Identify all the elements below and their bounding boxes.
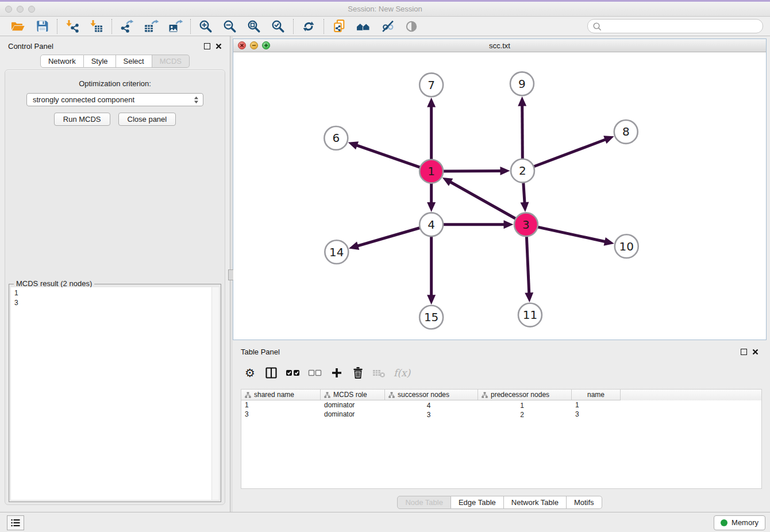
tab-mcds[interactable]: MCDS xyxy=(152,55,190,68)
refresh-icon xyxy=(302,20,315,33)
import-network-button[interactable] xyxy=(60,18,84,35)
column-header-MCDS-role[interactable]: MCDS role xyxy=(321,390,385,400)
network-close-button[interactable] xyxy=(238,41,246,49)
edge-2-8[interactable] xyxy=(534,139,607,167)
tab-select[interactable]: Select xyxy=(116,55,152,68)
deselect-all-button[interactable] xyxy=(308,368,322,377)
tab-network-table[interactable]: Network Table xyxy=(504,496,567,509)
node-4[interactable]: 4 xyxy=(419,213,443,236)
search-input[interactable] xyxy=(602,22,758,31)
control-panel-header: Control Panel xyxy=(0,36,230,51)
edge-2-3[interactable] xyxy=(523,183,525,205)
search-field[interactable] xyxy=(587,19,763,33)
main-area: Control Panel NetworkStyleSelectMCDS Opt… xyxy=(0,36,770,512)
mcds-panel: Optimization criterion: strongly connect… xyxy=(5,70,225,505)
edge-3-1[interactable] xyxy=(449,181,516,218)
network-canvas[interactable]: 7968124314101511 xyxy=(233,52,766,340)
node-10[interactable]: 10 xyxy=(615,234,638,258)
function-builder-button[interactable]: f(x) xyxy=(394,367,410,379)
close-panel-button[interactable]: Close panel xyxy=(118,113,176,126)
task-history-button[interactable] xyxy=(7,515,24,530)
table-row[interactable]: 3dominator323 xyxy=(241,410,761,419)
close-window-button[interactable] xyxy=(5,6,12,13)
save-session-button[interactable] xyxy=(30,18,54,35)
show-hide-columns-button[interactable] xyxy=(264,367,278,379)
tab-motifs[interactable]: Motifs xyxy=(567,496,602,509)
node-9[interactable]: 9 xyxy=(510,72,534,95)
close-panel-icon[interactable] xyxy=(215,43,222,49)
criterion-select[interactable]: strongly connected component xyxy=(26,93,203,106)
optimization-criterion-label: Optimization criterion: xyxy=(5,79,225,88)
table-panel: Table Panel ⚙ xyxy=(233,342,767,512)
result-scrollbar[interactable] xyxy=(211,287,219,500)
delete-column-button[interactable] xyxy=(351,367,365,379)
hide-graphics-details-button[interactable] xyxy=(375,18,399,35)
edge-1-2[interactable] xyxy=(443,171,502,171)
edge-arrow-3-11 xyxy=(525,292,533,302)
main-toolbar xyxy=(0,17,770,36)
toolbar-separator xyxy=(111,19,112,34)
edge-4-14[interactable] xyxy=(356,228,420,246)
tab-edge-table[interactable]: Edge Table xyxy=(451,496,504,509)
float-panel-icon[interactable] xyxy=(204,43,210,49)
column-header-successor-nodes[interactable]: successor nodes xyxy=(385,390,478,400)
node-2[interactable]: 2 xyxy=(511,159,534,183)
node-11[interactable]: 11 xyxy=(518,303,542,327)
column-header-shared-name[interactable]: shared name xyxy=(241,390,321,400)
close-table-panel-icon[interactable] xyxy=(752,349,759,355)
node-1[interactable]: 1 xyxy=(419,160,443,183)
node-8[interactable]: 8 xyxy=(614,120,638,144)
zoom-window-button[interactable] xyxy=(28,6,35,13)
export-image-button[interactable] xyxy=(163,18,187,35)
svg-text:14: 14 xyxy=(329,245,344,259)
column-header-name[interactable]: name xyxy=(572,390,621,400)
delete-table-button[interactable] xyxy=(372,367,386,379)
open-file-button[interactable] xyxy=(6,18,30,35)
edge-3-11[interactable] xyxy=(526,236,529,295)
tab-style[interactable]: Style xyxy=(84,55,116,68)
import-table-button[interactable] xyxy=(84,18,109,35)
edge-3-10[interactable] xyxy=(537,227,607,242)
zoom-in-button[interactable] xyxy=(194,18,218,35)
node-7[interactable]: 7 xyxy=(419,73,443,97)
tab-node-table[interactable]: Node Table xyxy=(397,496,451,509)
window-title: Session: New Session xyxy=(0,5,770,13)
clone-network-icon xyxy=(332,19,346,33)
control-panel-title: Control Panel xyxy=(8,42,53,51)
memory-button[interactable]: Memory xyxy=(714,515,765,530)
zoom-fit-button[interactable] xyxy=(242,18,266,35)
network-window-titlebar[interactable]: scc.txt xyxy=(233,39,766,52)
select-all-button[interactable] xyxy=(286,368,301,377)
float-table-panel-icon[interactable] xyxy=(741,349,747,355)
level-of-detail-button[interactable] xyxy=(399,18,424,35)
node-14[interactable]: 14 xyxy=(325,240,348,264)
table-options-button[interactable]: ⚙ xyxy=(243,367,257,379)
edge-2-9[interactable] xyxy=(522,104,523,159)
refresh-view-button[interactable] xyxy=(297,18,321,35)
tab-network[interactable]: Network xyxy=(40,55,84,68)
run-mcds-button[interactable]: Run MCDS xyxy=(54,113,110,126)
zoom-selected-button[interactable] xyxy=(266,18,290,35)
network-maximize-button[interactable] xyxy=(262,41,270,49)
mcds-result-title: MCDS result (2 nodes) xyxy=(14,279,94,288)
column-header-predecessor-nodes[interactable]: predecessor nodes xyxy=(478,390,572,400)
zoom-out-button[interactable] xyxy=(218,18,242,35)
node-3[interactable]: 3 xyxy=(514,213,538,236)
svg-text:8: 8 xyxy=(622,125,630,138)
table-row[interactable]: 1dominator411 xyxy=(241,400,761,410)
minimize-window-button[interactable] xyxy=(17,6,24,13)
restore-layout-button[interactable] xyxy=(351,18,375,35)
network-minimize-button[interactable] xyxy=(250,41,258,49)
edge-1-6[interactable] xyxy=(355,145,420,168)
export-network-button[interactable] xyxy=(115,18,139,35)
network-graph[interactable]: 7968124314101511 xyxy=(233,52,766,340)
edge-arrow-2-3 xyxy=(520,202,529,212)
node-15[interactable]: 15 xyxy=(419,306,443,329)
eye-detail-icon xyxy=(405,20,418,33)
add-column-button[interactable] xyxy=(330,367,344,379)
hierarchy-icon xyxy=(482,392,488,398)
node-6[interactable]: 6 xyxy=(324,126,348,150)
clone-network-button[interactable] xyxy=(327,18,351,35)
mcds-result-area[interactable]: 1 3 xyxy=(11,287,219,500)
export-table-button[interactable] xyxy=(139,18,163,35)
